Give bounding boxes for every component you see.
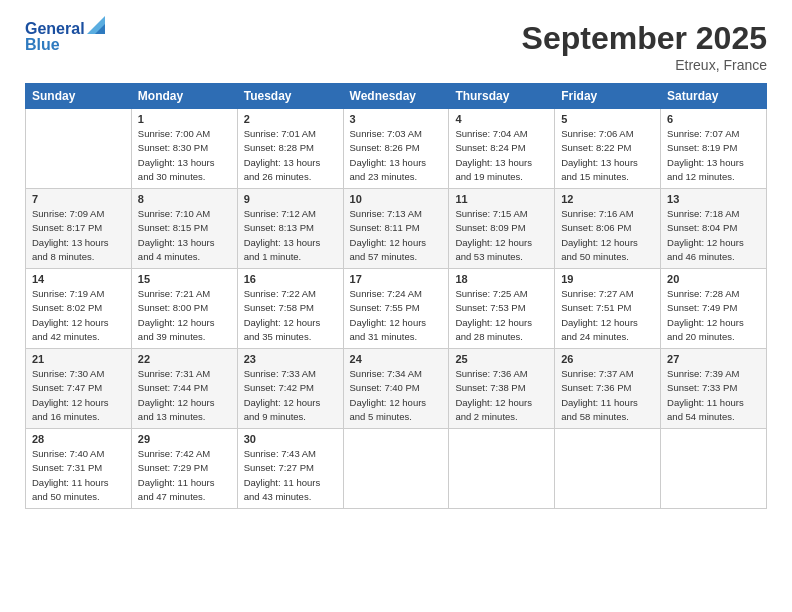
calendar-cell: 28 Sunrise: 7:40 AM Sunset: 7:31 PM Dayl… [26, 429, 132, 509]
sunset-text: Sunset: 7:51 PM [561, 301, 654, 315]
logo: General Blue [25, 20, 105, 53]
daylight-text: Daylight: 12 hours and 39 minutes. [138, 316, 231, 345]
calendar-cell: 19 Sunrise: 7:27 AM Sunset: 7:51 PM Dayl… [555, 269, 661, 349]
calendar-cell: 18 Sunrise: 7:25 AM Sunset: 7:53 PM Dayl… [449, 269, 555, 349]
daylight-text: Daylight: 11 hours and 54 minutes. [667, 396, 760, 425]
day-info: Sunrise: 7:37 AM Sunset: 7:36 PM Dayligh… [561, 367, 654, 424]
daylight-text: Daylight: 12 hours and 5 minutes. [350, 396, 443, 425]
sunrise-text: Sunrise: 7:30 AM [32, 367, 125, 381]
sunrise-text: Sunrise: 7:06 AM [561, 127, 654, 141]
daylight-text: Daylight: 12 hours and 35 minutes. [244, 316, 337, 345]
day-info: Sunrise: 7:40 AM Sunset: 7:31 PM Dayligh… [32, 447, 125, 504]
sunset-text: Sunset: 8:15 PM [138, 221, 231, 235]
sunset-text: Sunset: 8:26 PM [350, 141, 443, 155]
day-number: 9 [244, 193, 337, 205]
daylight-text: Daylight: 12 hours and 16 minutes. [32, 396, 125, 425]
sunrise-text: Sunrise: 7:25 AM [455, 287, 548, 301]
sunset-text: Sunset: 7:33 PM [667, 381, 760, 395]
day-info: Sunrise: 7:42 AM Sunset: 7:29 PM Dayligh… [138, 447, 231, 504]
daylight-text: Daylight: 12 hours and 57 minutes. [350, 236, 443, 265]
sunrise-text: Sunrise: 7:03 AM [350, 127, 443, 141]
sunset-text: Sunset: 8:06 PM [561, 221, 654, 235]
day-info: Sunrise: 7:30 AM Sunset: 7:47 PM Dayligh… [32, 367, 125, 424]
day-header-tuesday: Tuesday [237, 84, 343, 109]
sunrise-text: Sunrise: 7:22 AM [244, 287, 337, 301]
sunrise-text: Sunrise: 7:10 AM [138, 207, 231, 221]
day-number: 25 [455, 353, 548, 365]
day-number: 26 [561, 353, 654, 365]
sunrise-text: Sunrise: 7:00 AM [138, 127, 231, 141]
sunset-text: Sunset: 7:55 PM [350, 301, 443, 315]
daylight-text: Daylight: 13 hours and 12 minutes. [667, 156, 760, 185]
day-number: 28 [32, 433, 125, 445]
sunset-text: Sunset: 8:09 PM [455, 221, 548, 235]
calendar-cell: 23 Sunrise: 7:33 AM Sunset: 7:42 PM Dayl… [237, 349, 343, 429]
sunset-text: Sunset: 7:58 PM [244, 301, 337, 315]
day-info: Sunrise: 7:27 AM Sunset: 7:51 PM Dayligh… [561, 287, 654, 344]
day-header-wednesday: Wednesday [343, 84, 449, 109]
day-number: 7 [32, 193, 125, 205]
day-info: Sunrise: 7:18 AM Sunset: 8:04 PM Dayligh… [667, 207, 760, 264]
day-info: Sunrise: 7:10 AM Sunset: 8:15 PM Dayligh… [138, 207, 231, 264]
day-number: 3 [350, 113, 443, 125]
sunrise-text: Sunrise: 7:07 AM [667, 127, 760, 141]
sunset-text: Sunset: 7:44 PM [138, 381, 231, 395]
day-number: 4 [455, 113, 548, 125]
sunset-text: Sunset: 7:38 PM [455, 381, 548, 395]
sunset-text: Sunset: 8:13 PM [244, 221, 337, 235]
sunset-text: Sunset: 8:17 PM [32, 221, 125, 235]
calendar-cell: 30 Sunrise: 7:43 AM Sunset: 7:27 PM Dayl… [237, 429, 343, 509]
calendar-cell: 8 Sunrise: 7:10 AM Sunset: 8:15 PM Dayli… [131, 189, 237, 269]
day-info: Sunrise: 7:24 AM Sunset: 7:55 PM Dayligh… [350, 287, 443, 344]
calendar-cell [449, 429, 555, 509]
sunrise-text: Sunrise: 7:13 AM [350, 207, 443, 221]
daylight-text: Daylight: 13 hours and 4 minutes. [138, 236, 231, 265]
daylight-text: Daylight: 12 hours and 2 minutes. [455, 396, 548, 425]
day-header-thursday: Thursday [449, 84, 555, 109]
day-info: Sunrise: 7:06 AM Sunset: 8:22 PM Dayligh… [561, 127, 654, 184]
sunrise-text: Sunrise: 7:36 AM [455, 367, 548, 381]
daylight-text: Daylight: 12 hours and 20 minutes. [667, 316, 760, 345]
day-info: Sunrise: 7:39 AM Sunset: 7:33 PM Dayligh… [667, 367, 760, 424]
day-info: Sunrise: 7:21 AM Sunset: 8:00 PM Dayligh… [138, 287, 231, 344]
calendar-cell: 22 Sunrise: 7:31 AM Sunset: 7:44 PM Dayl… [131, 349, 237, 429]
day-number: 15 [138, 273, 231, 285]
calendar-cell: 4 Sunrise: 7:04 AM Sunset: 8:24 PM Dayli… [449, 109, 555, 189]
day-header-sunday: Sunday [26, 84, 132, 109]
sunrise-text: Sunrise: 7:18 AM [667, 207, 760, 221]
calendar-cell [555, 429, 661, 509]
day-info: Sunrise: 7:03 AM Sunset: 8:26 PM Dayligh… [350, 127, 443, 184]
sunset-text: Sunset: 8:22 PM [561, 141, 654, 155]
calendar-cell: 2 Sunrise: 7:01 AM Sunset: 8:28 PM Dayli… [237, 109, 343, 189]
sunrise-text: Sunrise: 7:09 AM [32, 207, 125, 221]
day-number: 8 [138, 193, 231, 205]
calendar-cell: 9 Sunrise: 7:12 AM Sunset: 8:13 PM Dayli… [237, 189, 343, 269]
calendar-cell: 7 Sunrise: 7:09 AM Sunset: 8:17 PM Dayli… [26, 189, 132, 269]
daylight-text: Daylight: 13 hours and 15 minutes. [561, 156, 654, 185]
day-info: Sunrise: 7:43 AM Sunset: 7:27 PM Dayligh… [244, 447, 337, 504]
calendar-cell: 27 Sunrise: 7:39 AM Sunset: 7:33 PM Dayl… [661, 349, 767, 429]
calendar-header: SundayMondayTuesdayWednesdayThursdayFrid… [26, 84, 767, 109]
daylight-text: Daylight: 11 hours and 50 minutes. [32, 476, 125, 505]
day-number: 30 [244, 433, 337, 445]
day-info: Sunrise: 7:22 AM Sunset: 7:58 PM Dayligh… [244, 287, 337, 344]
calendar-cell [661, 429, 767, 509]
daylight-text: Daylight: 13 hours and 30 minutes. [138, 156, 231, 185]
day-number: 13 [667, 193, 760, 205]
calendar-cell: 3 Sunrise: 7:03 AM Sunset: 8:26 PM Dayli… [343, 109, 449, 189]
calendar-cell: 17 Sunrise: 7:24 AM Sunset: 7:55 PM Dayl… [343, 269, 449, 349]
day-info: Sunrise: 7:28 AM Sunset: 7:49 PM Dayligh… [667, 287, 760, 344]
calendar-cell: 11 Sunrise: 7:15 AM Sunset: 8:09 PM Dayl… [449, 189, 555, 269]
day-number: 19 [561, 273, 654, 285]
daylight-text: Daylight: 12 hours and 13 minutes. [138, 396, 231, 425]
day-number: 6 [667, 113, 760, 125]
sunrise-text: Sunrise: 7:12 AM [244, 207, 337, 221]
sunrise-text: Sunrise: 7:33 AM [244, 367, 337, 381]
day-header-monday: Monday [131, 84, 237, 109]
day-info: Sunrise: 7:00 AM Sunset: 8:30 PM Dayligh… [138, 127, 231, 184]
sunset-text: Sunset: 8:02 PM [32, 301, 125, 315]
daylight-text: Daylight: 12 hours and 31 minutes. [350, 316, 443, 345]
sunset-text: Sunset: 8:11 PM [350, 221, 443, 235]
day-number: 10 [350, 193, 443, 205]
sunset-text: Sunset: 7:40 PM [350, 381, 443, 395]
